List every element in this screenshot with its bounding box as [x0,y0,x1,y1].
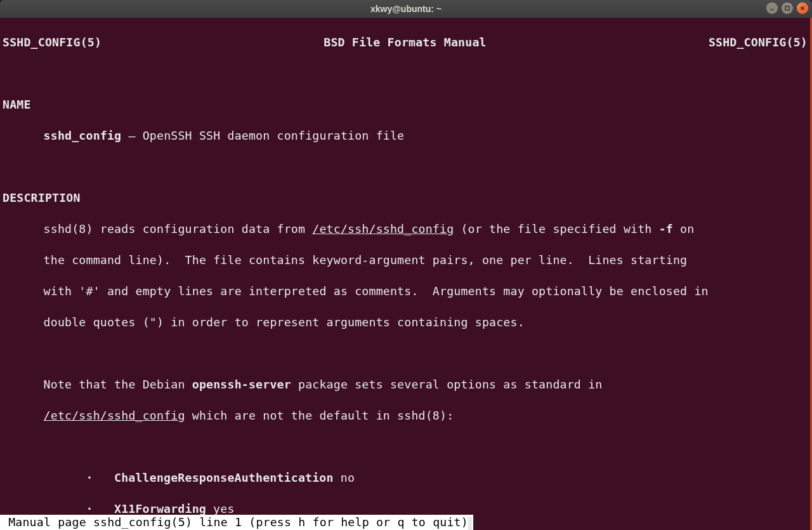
config-path: /etc/ssh/sshd_config [44,409,185,422]
desc-line: Note that the Debian openssh-server pack… [3,377,808,393]
option-key: ChallengeResponseAuthentication [114,471,334,484]
desc-line: double quotes (") in order to represent … [3,315,808,331]
close-button[interactable] [797,3,808,14]
svg-rect-1 [785,6,789,10]
desc-line: sshd(8) reads configuration data from /e… [3,222,808,237]
name-line: sshd_config — OpenSSH SSH daemon configu… [3,128,808,144]
desc-line: /etc/ssh/sshd_config which are not the d… [3,408,808,424]
blank-line [3,159,808,175]
status-text: Manual page sshd_config(5) line 1 (press… [1,515,468,529]
bullet-item: · ChallengeResponseAuthentication no [3,470,808,486]
section-name-heading: NAME [3,97,808,113]
option-value: no [334,471,355,484]
flag-f: -f [659,222,673,235]
window-titlebar: xkwy@ubuntu: ~ [0,0,812,18]
man-page-header: SSHD_CONFIG(5)BSD File Formats ManualSSH… [3,35,808,51]
terminal-viewport[interactable]: SSHD_CONFIG(5)BSD File Formats ManualSSH… [0,18,812,530]
minimize-button[interactable] [766,3,778,14]
window-controls [766,3,808,14]
section-description-heading: DESCRIPTION [3,190,808,206]
name-command: sshd_config [44,129,122,142]
header-center: BSD File Formats Manual [324,35,486,51]
window-title: xkwy@ubuntu: ~ [370,4,442,14]
name-description: OpenSSH SSH daemon configuration file [143,129,405,142]
desc-line: the command line). The file contains key… [3,253,808,268]
desc-line: with '#' and empty lines are interpreted… [3,284,808,300]
header-right: SSHD_CONFIG(5) [709,35,808,51]
maximize-button[interactable] [782,3,793,14]
pager-status-line: Manual page sshd_config(5) line 1 (press… [0,515,473,531]
option-key: X11Forwarding [114,502,206,515]
header-left: SSHD_CONFIG(5) [3,35,102,51]
blank-line [3,346,808,362]
cursor-icon [468,517,473,530]
config-path: /etc/ssh/sshd_config [312,222,454,235]
openssh-server-bold: openssh-server [192,378,291,391]
option-value: yes [206,502,235,515]
blank-line [3,66,808,82]
blank-line [3,439,808,455]
name-separator: — [121,129,142,142]
